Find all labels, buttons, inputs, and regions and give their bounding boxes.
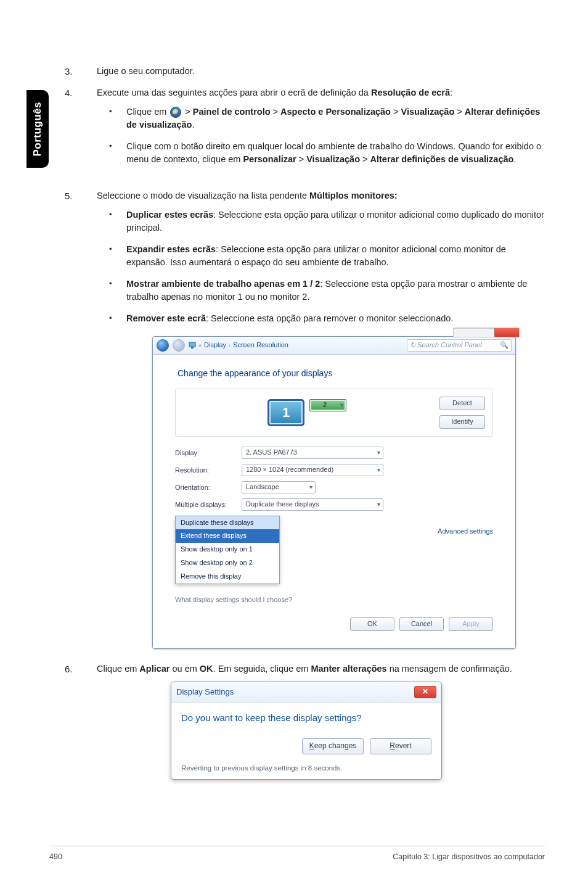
cancel-button[interactable]: Cancel <box>399 617 444 631</box>
step-number: 4. <box>65 86 73 100</box>
bold-fragment: Remover este ecrã <box>126 313 206 323</box>
bold-fragment: Aspecto e Personalização <box>280 107 391 117</box>
dropdown-option[interactable]: Duplicate these displays <box>176 516 279 530</box>
bold-fragment: Múltiplos monitores: <box>309 191 398 200</box>
step-4-bullet-1: Clique em > Painel de controlo > Aspecto… <box>97 105 545 131</box>
text-fragment: Clique em <box>126 107 169 117</box>
dialog-title: Display Settings <box>176 687 234 698</box>
nav-forward-button[interactable] <box>173 339 185 352</box>
step-4: 4. Execute uma das seguintes acções para… <box>65 86 545 166</box>
bold-fragment: Personalizar <box>243 154 296 164</box>
nav-back-button[interactable] <box>157 339 169 352</box>
step-5: 5. Seleccione o modo de visualização na … <box>65 189 545 649</box>
text-fragment: ou em <box>169 664 199 674</box>
multiple-displays-select[interactable]: Duplicate these displays <box>242 498 383 511</box>
close-button[interactable]: ✕ <box>414 686 436 698</box>
bold-fragment: Duplicar estes ecrãs <box>126 210 213 220</box>
text-fragment: na mensagem de confirmação. <box>387 664 512 674</box>
advanced-settings-link[interactable]: Advanced settings <box>438 527 493 537</box>
detect-button[interactable]: Detect <box>439 397 485 410</box>
dropdown-option[interactable]: Show desktop only on 1 <box>176 543 279 556</box>
text-fragment: > <box>182 107 193 117</box>
step-4-bullet-2: Clique com o botão direito em qualquer l… <box>97 140 545 166</box>
text-fragment: > <box>454 107 465 117</box>
apply-button[interactable]: Apply <box>449 617 493 631</box>
keep-changes-button[interactable]: Keep changes <box>302 738 364 754</box>
step-text: Execute uma das seguintes acções para ab… <box>97 88 452 97</box>
monitor-2-thumbnail[interactable]: 2 <box>309 399 346 411</box>
btn-rest: eep changes <box>314 741 357 751</box>
bold-fragment: Alterar definições de visualização <box>370 154 514 164</box>
bold-fragment: OK <box>200 664 213 674</box>
bold-fragment: Visualização <box>401 107 455 117</box>
text-fragment: . <box>192 120 194 130</box>
breadcrumb-item: Display <box>204 340 226 350</box>
help-link[interactable]: What display settings should I choose? <box>175 595 425 605</box>
window-titlebar: « Display › Screen Resolution ↻ Search C… <box>153 337 515 355</box>
identify-button[interactable]: Identify <box>439 415 485 429</box>
btn-rest: evert <box>395 741 412 751</box>
step-5-item-show-only: Mostrar ambiente de trabalho apenas em 1… <box>97 278 545 303</box>
multiple-displays-dropdown[interactable]: Duplicate these displays Extend these di… <box>175 516 280 585</box>
step-text: Seleccione o modo de visualização na lis… <box>97 191 398 200</box>
monitor-preview-zone: 1 2 Detect Identify <box>175 389 493 437</box>
search-input[interactable]: ↻ Search Control Panel 🔍 <box>407 339 512 352</box>
bold-fragment: Visualização <box>306 154 360 164</box>
text-fragment: Seleccione o modo de visualização na lis… <box>97 191 309 200</box>
dropdown-option[interactable]: Remove this display <box>176 570 279 584</box>
ok-button[interactable]: OK <box>350 617 394 631</box>
dialog-question: Do you want to keep these display settin… <box>181 711 431 725</box>
close-icon <box>494 328 519 337</box>
text-fragment: . Em seguida, clique em <box>213 664 311 674</box>
text-fragment: > <box>391 107 401 117</box>
dropdown-option[interactable]: Show desktop only on 2 <box>176 556 279 570</box>
text-fragment: > <box>271 107 281 117</box>
step-number: 5. <box>65 189 73 203</box>
bold-fragment: Resolução de ecrã <box>371 88 450 97</box>
language-label: Português <box>30 102 46 157</box>
text-fragment: . <box>513 154 516 164</box>
text-fragment: > <box>360 154 370 164</box>
bold-fragment: Aplicar <box>139 664 169 674</box>
refresh-icon: ↻ <box>410 340 415 350</box>
breadcrumb-item: Screen Resolution <box>233 340 288 350</box>
step-number: 6. <box>65 662 73 676</box>
display-select[interactable]: 2. ASUS PA6773 <box>242 447 383 459</box>
text-fragment: > <box>296 154 307 164</box>
language-tab: Português <box>27 90 49 168</box>
page-footer: 490 Capítulo 3: Ligar dispositivos ao co… <box>49 846 545 862</box>
dialog-footer-text: Reverting to previous display settings i… <box>181 763 431 774</box>
step-6: 6. Clique em Aplicar ou em OK. Em seguid… <box>65 662 545 780</box>
step-text: Clique em Aplicar ou em OK. Em seguida, … <box>97 664 512 674</box>
revert-button[interactable]: Revert <box>370 738 431 754</box>
bold-fragment: Expandir estes ecrãs <box>126 244 216 254</box>
resolution-label: Resolution: <box>175 464 235 476</box>
dropdown-option[interactable]: Extend these displays <box>176 529 279 543</box>
search-icon: 🔍 <box>500 340 508 350</box>
step-text: Ligue o seu computador. <box>97 66 195 76</box>
step-5-item-remove: Remover este ecrã: Seleccione esta opção… <box>97 312 545 325</box>
text-fragment: : Seleccione esta opção para remover o m… <box>206 313 453 323</box>
step-5-item-extend: Expandir estes ecrãs: Seleccione esta op… <box>97 243 545 269</box>
dialog-titlebar: Display Settings ✕ <box>171 682 441 703</box>
display-settings-dialog: Display Settings ✕ Do you want to keep t… <box>171 682 442 780</box>
bold-fragment: Manter alterações <box>311 664 386 674</box>
text-fragment: Clique em <box>97 664 139 674</box>
window-chrome-fragment <box>453 328 520 337</box>
resolution-select[interactable]: 1280 × 1024 (recommended) <box>242 464 383 476</box>
page-content: 3. Ligue o seu computador. 4. Execute um… <box>65 65 545 788</box>
chapter-title: Capítulo 3: Ligar dispositivos ao comput… <box>393 851 545 862</box>
window-heading: Change the appearance of your displays <box>178 367 493 379</box>
step-3: 3. Ligue o seu computador. <box>65 65 545 78</box>
bold-fragment: Mostrar ambiente de trabalho apenas em 1… <box>126 279 320 289</box>
bold-fragment: Painel de controlo <box>193 107 271 117</box>
step-number: 3. <box>65 65 73 78</box>
orientation-select[interactable]: Landscape <box>242 481 316 493</box>
screen-resolution-window: « Display › Screen Resolution ↻ Search C… <box>152 336 516 649</box>
orientation-label: Orientation: <box>175 481 235 493</box>
breadcrumb[interactable]: « Display › Screen Resolution <box>189 340 288 350</box>
page-number: 490 <box>49 851 62 862</box>
text-fragment: Execute uma das seguintes acções para ab… <box>97 88 371 97</box>
search-placeholder: Search Control Panel <box>417 340 482 350</box>
monitor-1-thumbnail[interactable]: 1 <box>267 399 304 426</box>
